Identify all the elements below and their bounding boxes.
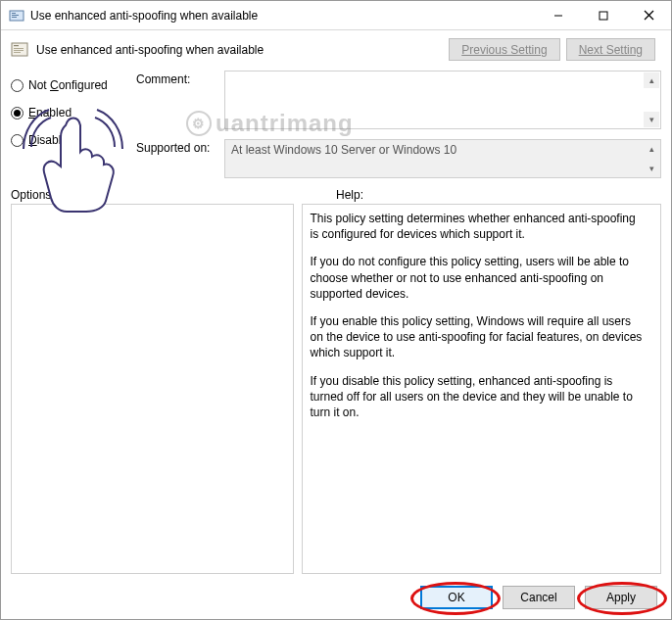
panes: This policy setting determines whether e… (1, 204, 671, 578)
close-button[interactable] (626, 1, 671, 30)
radio-icon (11, 107, 24, 119)
svg-rect-10 (14, 48, 24, 49)
radio-enabled[interactable]: Enabled (11, 102, 128, 123)
supported-value: At least Windows 10 Server or Windows 10 (231, 143, 456, 157)
help-text: This policy setting determines whether e… (311, 211, 644, 242)
scroll-down-icon[interactable]: ▾ (644, 112, 659, 127)
help-pane: This policy setting determines whether e… (302, 204, 662, 574)
radio-label-not-configured: Not Configured (28, 78, 108, 92)
window-title: Use enhanced anti-spoofing when availabl… (30, 9, 536, 23)
comment-textarea[interactable]: ▴ ▾ (224, 71, 661, 129)
svg-rect-5 (600, 12, 607, 20)
scroll-down-icon[interactable]: ▾ (644, 161, 659, 176)
help-text: If you disable this policy setting, enha… (311, 373, 644, 421)
policy-name: Use enhanced anti-spoofing when availabl… (36, 43, 264, 57)
ok-button[interactable]: OK (420, 586, 493, 609)
svg-rect-11 (14, 50, 24, 51)
pane-labels: Options: Help: (1, 180, 671, 204)
maximize-button[interactable] (581, 1, 626, 30)
scroll-up-icon[interactable]: ▴ (644, 141, 659, 157)
options-pane (11, 204, 294, 574)
help-text: If you do not configure this policy sett… (311, 254, 644, 302)
radio-not-configured[interactable]: Not Configured (11, 74, 128, 96)
dialog-buttons: OK Cancel Apply (1, 578, 671, 619)
svg-rect-3 (12, 17, 17, 18)
radio-disabled[interactable]: Disabled (11, 129, 128, 151)
help-text: If you enable this policy setting, Windo… (311, 313, 644, 361)
radio-label-enabled: Enabled (28, 106, 72, 119)
supported-label: Supported on: (136, 139, 224, 178)
radio-label-disabled: Disabled (28, 133, 74, 147)
svg-rect-9 (14, 45, 19, 46)
svg-rect-8 (12, 43, 27, 56)
svg-rect-12 (14, 52, 21, 53)
config-area: Not Configured Enabled Disabled Comment:… (1, 65, 671, 180)
supported-on-box: At least Windows 10 Server or Windows 10… (224, 139, 661, 178)
comment-label: Comment: (136, 71, 224, 129)
policy-header: Use enhanced anti-spoofing when availabl… (1, 30, 671, 65)
state-radios: Not Configured Enabled Disabled (11, 71, 128, 178)
radio-icon (11, 79, 24, 92)
svg-rect-1 (12, 13, 16, 14)
svg-rect-2 (12, 15, 19, 16)
policy-icon (11, 41, 28, 59)
previous-setting-button[interactable]: Previous Setting (449, 38, 559, 61)
help-label: Help: (336, 188, 661, 202)
next-setting-button[interactable]: Next Setting (566, 38, 655, 61)
minimize-button[interactable] (536, 1, 581, 30)
scroll-up-icon[interactable]: ▴ (644, 72, 659, 88)
policy-window-icon (9, 8, 24, 24)
radio-icon (11, 134, 24, 147)
titlebar: Use enhanced anti-spoofing when availabl… (1, 1, 671, 30)
options-label: Options: (11, 188, 336, 202)
cancel-button[interactable]: Cancel (503, 586, 575, 609)
apply-button[interactable]: Apply (585, 586, 657, 609)
